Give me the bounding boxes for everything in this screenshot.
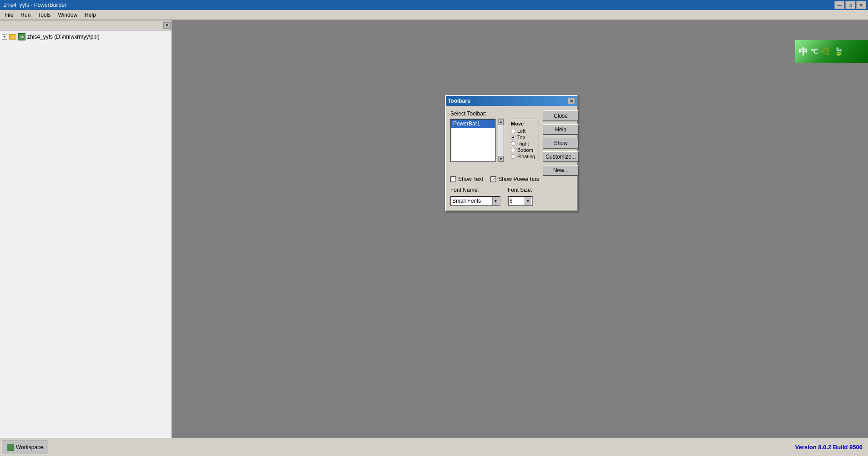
toolbars-dialog: Toolbars ✕ Select Toolbar: PowerBar1 bbox=[445, 95, 578, 211]
list-item-powerbar1[interactable]: PowerBar1 bbox=[451, 120, 495, 128]
title-bar-controls: — □ ✕ bbox=[834, 1, 866, 9]
dialog-close-button[interactable]: ✕ bbox=[568, 98, 575, 104]
status-bar: Workspace Version 8.0.2 Build 9506 bbox=[0, 438, 868, 456]
expand-icon[interactable]: + bbox=[2, 34, 7, 40]
menu-file[interactable]: File bbox=[1, 11, 17, 19]
checkbox-row: Show Text Show PowerTips bbox=[450, 176, 572, 182]
widget-char-3: 🌿 bbox=[821, 46, 831, 56]
menu-tools[interactable]: Tools bbox=[34, 11, 54, 19]
font-size-value: 6 bbox=[510, 198, 513, 204]
dialog-left: Select Toolbar: PowerBar1 ▲ ▼ bbox=[450, 110, 539, 176]
font-size-dropdown-arrow[interactable]: ▼ bbox=[525, 197, 531, 205]
show-powertips-label: Show PowerTips bbox=[498, 176, 539, 182]
customize-button[interactable]: Customize... bbox=[543, 151, 579, 162]
move-group: Move Left Top Right bbox=[507, 119, 539, 162]
version-text: Version 8.0.2 Build 9506 bbox=[795, 444, 866, 451]
menu-run[interactable]: Run bbox=[17, 11, 34, 19]
scroll-up-arrow[interactable]: ▲ bbox=[498, 119, 504, 125]
sidebar-header: ✕ bbox=[0, 20, 172, 30]
radio-left-label: Left bbox=[517, 128, 525, 134]
show-button[interactable]: Show bbox=[543, 138, 579, 149]
toolbar-listbox[interactable]: PowerBar1 bbox=[450, 119, 496, 162]
radio-right-btn[interactable] bbox=[511, 141, 515, 146]
menu-window[interactable]: Window bbox=[54, 11, 81, 19]
move-legend: Move bbox=[511, 121, 535, 126]
select-toolbar-label: Select Toolbar: bbox=[450, 110, 539, 117]
radio-floating-label: Floating bbox=[517, 154, 535, 159]
show-text-label: Show Text bbox=[458, 176, 483, 182]
close-window-button[interactable]: ✕ bbox=[856, 1, 866, 9]
widget-char-2: ℃ bbox=[811, 48, 818, 55]
radio-top[interactable]: Top bbox=[511, 135, 535, 140]
radio-right-label: Right bbox=[517, 141, 529, 146]
font-name-dropdown-arrow[interactable]: ▼ bbox=[492, 197, 499, 205]
folder-icon bbox=[9, 34, 16, 40]
tree-item-label: zhis4_yyfs (D:\hnlwxrmyy\pbl) bbox=[27, 34, 100, 40]
scroll-track bbox=[498, 125, 504, 156]
tree-file-icon: pb bbox=[18, 33, 25, 40]
radio-left-btn[interactable] bbox=[511, 129, 515, 133]
minimize-button[interactable]: — bbox=[834, 1, 844, 9]
radio-left[interactable]: Left bbox=[511, 128, 535, 134]
font-size-group: Font Size: 6 ▼ bbox=[508, 187, 533, 206]
toolbar-list-row: PowerBar1 ▲ ▼ Move bbox=[450, 119, 539, 162]
show-text-checkbox-item[interactable]: Show Text bbox=[450, 176, 483, 182]
radio-bottom[interactable]: Bottom bbox=[511, 147, 535, 153]
radio-floating[interactable]: Floating bbox=[511, 154, 535, 159]
sidebar: ✕ + pb zhis4_yyfs (D:\hnlwxrmyy\pbl) bbox=[0, 20, 172, 438]
corner-widget: 中 ℃ 🌿 🍃 bbox=[795, 40, 868, 63]
scroll-down-arrow[interactable]: ▼ bbox=[498, 156, 504, 161]
radio-floating-btn[interactable] bbox=[511, 154, 515, 159]
font-row: Font Name: Small Fonts ▼ Font Size: 6 ▼ bbox=[450, 187, 572, 206]
dialog-title: Toolbars bbox=[448, 98, 470, 104]
dialog-buttons: Close Help Show Customize... New... bbox=[543, 110, 579, 176]
menu-bar: File Run Tools Window Help bbox=[0, 10, 868, 20]
font-name-label: Font Name: bbox=[450, 187, 500, 193]
sidebar-close-button[interactable]: ✕ bbox=[163, 22, 171, 29]
show-powertips-checkbox-item[interactable]: Show PowerTips bbox=[490, 176, 539, 182]
app-title: zhis4_yyfs - PowerBuilder bbox=[2, 2, 66, 8]
radio-top-label: Top bbox=[517, 135, 525, 140]
radio-top-btn[interactable] bbox=[511, 135, 515, 140]
widget-char-4: 🍃 bbox=[833, 46, 843, 56]
font-size-label: Font Size: bbox=[508, 187, 533, 193]
dialog-title-bar: Toolbars ✕ bbox=[446, 96, 577, 106]
close-button[interactable]: Close bbox=[543, 110, 579, 121]
show-powertips-checkbox[interactable] bbox=[490, 176, 496, 182]
radio-bottom-btn[interactable] bbox=[511, 148, 515, 152]
new-button[interactable]: New... bbox=[543, 165, 579, 176]
toolbar-list-wrapper: PowerBar1 bbox=[450, 119, 496, 162]
font-size-select[interactable]: 6 ▼ bbox=[508, 196, 533, 206]
main-area: 中 ℃ 🌿 🍃 Toolbars ✕ Select Toolbar: bbox=[172, 20, 868, 438]
dialog-body: Select Toolbar: PowerBar1 ▲ ▼ bbox=[446, 106, 577, 210]
font-name-value: Small Fonts bbox=[452, 198, 481, 204]
show-text-checkbox[interactable] bbox=[450, 176, 456, 182]
workspace-tab[interactable]: Workspace bbox=[2, 441, 48, 454]
font-name-group: Font Name: Small Fonts ▼ bbox=[450, 187, 500, 206]
title-bar: zhis4_yyfs - PowerBuilder — □ ✕ bbox=[0, 0, 868, 10]
radio-right[interactable]: Right bbox=[511, 141, 535, 146]
widget-char-1: 中 bbox=[799, 45, 808, 58]
workspace-label: Workspace bbox=[16, 444, 43, 451]
sidebar-tree: + pb zhis4_yyfs (D:\hnlwxrmyy\pbl) bbox=[0, 30, 172, 43]
help-button[interactable]: Help bbox=[543, 124, 579, 135]
toolbar-listbox-scrollbar[interactable]: ▲ ▼ bbox=[498, 119, 504, 162]
font-name-select[interactable]: Small Fonts ▼ bbox=[450, 196, 500, 206]
tree-item-root[interactable]: + pb zhis4_yyfs (D:\hnlwxrmyy\pbl) bbox=[2, 32, 170, 41]
workspace-icon bbox=[7, 444, 14, 451]
menu-help[interactable]: Help bbox=[81, 11, 100, 19]
maximize-button[interactable]: □ bbox=[845, 1, 855, 9]
radio-bottom-label: Bottom bbox=[517, 147, 533, 153]
